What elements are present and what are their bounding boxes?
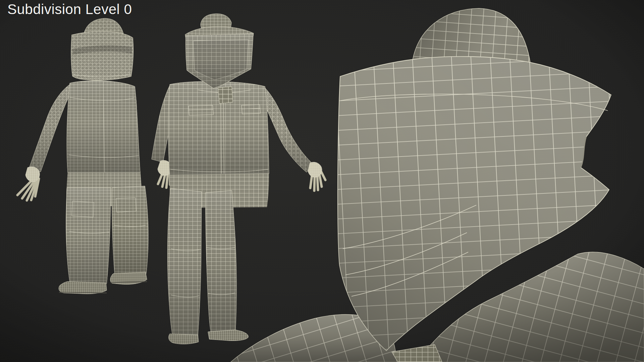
vignette-overlay <box>0 0 644 362</box>
wireframe-render <box>0 0 644 362</box>
subdivision-level-label: Subdivision Level 0 <box>7 1 132 17</box>
render-viewport: Subdivision Level 0 <box>0 0 644 362</box>
